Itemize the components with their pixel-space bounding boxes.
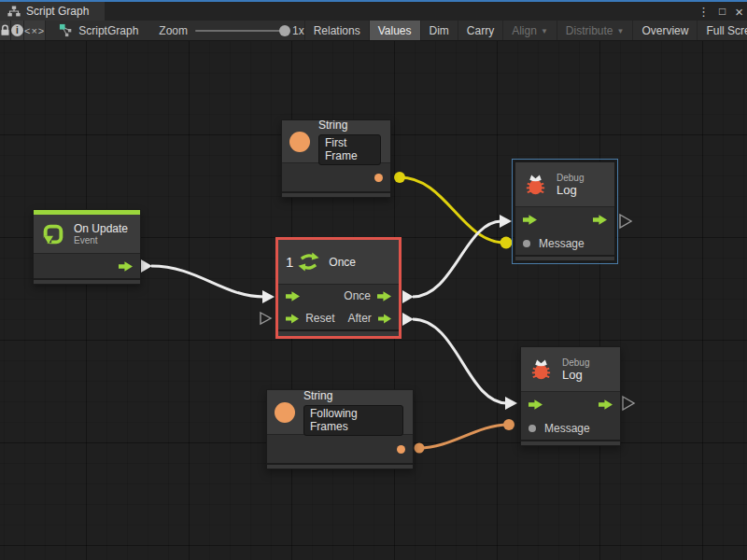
flow-in-port-icon[interactable] [529,399,543,410]
port-label: Message [539,237,585,250]
flow-out-port-icon[interactable] [377,291,391,301]
output-port-row [267,435,413,463]
wire-string-to-bottom-log[interactable] [419,425,508,448]
dim-button[interactable]: Dim [421,21,458,40]
once-output-triangle[interactable] [402,290,414,303]
wire-after-to-bottom-log[interactable] [413,319,507,403]
lock-button[interactable] [0,21,11,40]
align-button[interactable]: Align ▼ [503,21,557,40]
string-value-icon [275,402,295,423]
message-input-port[interactable] [523,240,530,247]
chevron-down-icon: ▼ [617,27,625,35]
node-footer [282,191,390,197]
reset-input-triangle[interactable] [261,313,271,324]
string-value-field[interactable]: Following Frames [303,405,403,436]
node-header: String Following Frames [267,390,413,435]
flow-in-port-icon[interactable] [286,314,299,324]
node-once[interactable]: 1 Once Once Rese [278,240,399,336]
wire-endpoint [394,172,405,183]
node-header: Debug Log [521,347,620,392]
node-string-first[interactable]: String First Frame [281,119,391,198]
overview-button[interactable]: Overview [633,21,698,40]
bottom-log-exit-triangle[interactable] [623,397,634,410]
zoom-value: 1x [292,24,304,37]
values-button[interactable]: Values [370,21,421,40]
flow-out-port-icon[interactable] [599,399,613,410]
script-graph-icon [59,23,73,37]
string-value-field[interactable]: First Frame [318,134,381,165]
selection-outline-red: 1 Once Once Rese [275,237,402,339]
wire-string-to-top-log[interactable] [400,177,505,243]
node-string-following[interactable]: String Following Frames [266,389,414,469]
node-title: Once [329,256,356,269]
node-title: String [318,119,381,132]
close-icon[interactable]: × [735,4,743,20]
once-count: 1 [286,254,293,270]
output-port-row [282,163,390,191]
top-log-exit-triangle[interactable] [620,215,631,228]
wire-arrowhead [505,397,517,410]
relations-button[interactable]: Relations [305,21,370,40]
message-port-row: Message [521,416,620,440]
reset-after-port-row: Reset After [278,307,399,329]
string-output-port[interactable] [397,445,405,454]
wire-endpoint [500,237,513,249]
flow-in-port-icon[interactable] [286,291,300,301]
title-bar: Script Graph ⋮ □ × [0,0,747,21]
distribute-button[interactable]: Distribute ▼ [557,21,634,40]
bug-icon [529,357,554,382]
hierarchy-icon [7,6,21,17]
lock-icon [0,24,10,36]
window-menu-icon[interactable]: ⋮ [698,5,710,19]
variables-toggle-button[interactable]: <×> [24,21,46,40]
string-output-port[interactable] [374,174,383,182]
flow-port-row [34,254,140,278]
message-port-row: Message [515,231,614,255]
graph-toolbar: i <×> ScriptGraph Zoom 1x Relations Val [0,21,747,41]
toolbar-buttons: Relations Values Dim Carry Align ▼ Distr… [304,21,747,40]
loop-icon [41,222,65,246]
node-on-update[interactable]: On Update Event [33,209,141,285]
on-update-output-triangle[interactable] [141,259,152,273]
zoom-control: Zoom 1x [159,21,303,40]
graph-reference[interactable]: ScriptGraph [59,21,138,40]
wire-arrowhead [500,215,512,228]
node-footer [267,463,413,469]
zoom-slider-handle[interactable] [279,25,290,36]
node-title: String [303,389,403,402]
node-footer [278,329,399,336]
string-value-icon [289,132,310,152]
node-debug-log-top[interactable]: Debug Log Message [514,161,615,261]
chevron-down-icon: ▼ [541,27,548,35]
node-header: On Update Event [34,215,140,254]
node-header: Debug Log [515,162,614,207]
cycle-icon [297,250,320,273]
flow-out-port-icon[interactable] [593,215,607,225]
flow-out-port-icon[interactable] [119,261,133,272]
inspector-button[interactable]: i [11,21,24,40]
graph-canvas[interactable]: String First Frame [0,41,747,560]
node-title: Log [557,183,584,197]
node-category: Debug [562,357,589,368]
wire-endpoint [503,419,514,430]
maximize-icon[interactable]: □ [719,5,726,18]
message-input-port[interactable] [529,425,536,432]
node-category: Debug [557,173,584,183]
node-header: String First Frame [282,120,390,163]
zoom-slider[interactable] [195,30,285,32]
flow-out-port-icon[interactable] [378,314,391,324]
wire-once-to-top-log[interactable] [413,221,501,297]
node-debug-log-bottom[interactable]: Debug Log Message [520,346,621,446]
node-title: Log [562,368,589,382]
wire-endpoint [415,443,425,454]
carry-button[interactable]: Carry [458,21,503,40]
full-screen-button[interactable]: Full Screen [698,21,747,40]
tab-script-graph[interactable]: Script Graph [0,2,105,21]
node-title: On Update [74,222,128,235]
script-graph-window: Script Graph ⋮ □ × i <×> [0,0,747,560]
flow-port-row [521,392,620,416]
flow-in-port-icon[interactable] [523,215,537,225]
after-output-triangle[interactable] [402,313,414,326]
wire-update-to-once[interactable] [151,266,264,297]
graph-name-label: ScriptGraph [78,24,138,37]
